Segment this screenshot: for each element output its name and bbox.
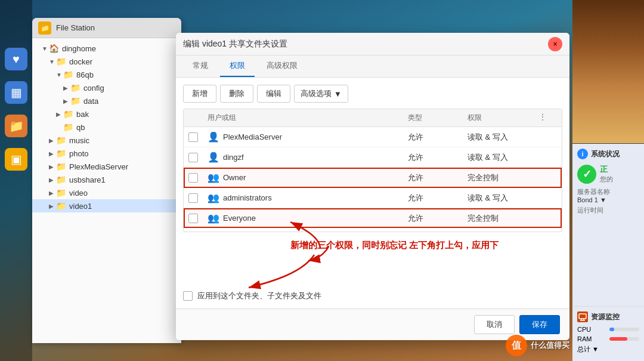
folder-docker-icon: 📁 [56,57,66,66]
tree-item-data[interactable]: ▶ 📁 data [32,94,181,107]
cpu-bar-background [609,328,639,331]
header-actions: ⋮ [539,113,557,123]
right-panel: i 系统状况 ✓ 正 您的 服务器名称 Bond 1 ▼ 运行时间 [572,0,644,361]
tree-item-dinghome[interactable]: ▼ 🏠 dinghome [32,42,181,55]
modal-tabs: 常规 权限 高级权限 [176,55,569,78]
perm-type: 允许 [408,132,467,143]
tree-item-86qb[interactable]: ▼ 📁 86qb [32,68,181,81]
arrow-usbshare1: ▶ [49,177,56,183]
arrow-video: ▶ [49,190,56,196]
tree-label-config: config [83,84,104,92]
tree-label-dinghome: dinghome [62,44,96,53]
row-checkbox[interactable] [188,173,198,183]
header-checkbox [188,113,208,123]
tree-item-qb[interactable]: 📁 qb [32,121,181,134]
file-station-icon: 📁 [38,21,51,35]
tree-item-video1[interactable]: ▶ 📁 video1 [32,199,181,212]
perm-type: 允许 [408,213,467,224]
tree-item-bak[interactable]: ▶ 📁 bak [32,107,181,121]
modal-close-button[interactable]: × [548,37,562,51]
tree-label-video: video [69,189,88,198]
save-button[interactable]: 保存 [519,315,560,334]
tree-item-plexmediaserver[interactable]: ▶ 📁 PlexMediaServer [32,160,181,173]
arrow-dinghome: ▼ [42,45,49,52]
check-circle-icon: ✓ [577,165,596,184]
table-row-everyone[interactable]: 👥 Everyone 允许 完全控制 [184,208,562,228]
add-button[interactable]: 新增 [183,85,216,103]
uptime-row: 运行时间 [577,206,639,215]
bottom-area: 应用到这个文件夹、子文件夹及文件 [183,285,562,301]
ram-label: RAM [577,335,592,343]
info-icon: i [577,149,588,159]
file-station-window: 📁 File Station ▼ 🏠 dinghome ▼ 📁 docker ▼… [32,18,181,343]
perm-value: 完全控制 [467,213,539,224]
arrow-video1: ▶ [49,203,56,209]
tree-label-qb: qb [76,123,85,132]
total-row: 总计 ▼ [577,345,639,354]
tree-label-usbshare1: usbshare1 [69,175,106,184]
arrow-data: ▶ [63,98,70,104]
user-name: PlexMediaServer [223,132,282,141]
arrow-docker: ▼ [49,58,56,65]
tree-label-music: music [69,136,89,145]
table-row[interactable]: 👤 PlexMediaServer 允许 读取 & 写入 [184,127,562,147]
row-checkbox[interactable] [188,193,198,203]
modal-title: 编辑 video1 共享文件夹设置 [183,39,548,50]
user-cell: 👤 PlexMediaServer [208,131,408,143]
left-icon-terminal[interactable]: ▣ [5,148,27,171]
header-user: 用户或组 [208,113,408,123]
delete-button[interactable]: 删除 [220,85,253,103]
tree-label-docker: docker [69,57,92,66]
watermark-icon: 值 [506,335,527,356]
ram-row: RAM [577,335,639,343]
tree-label-86qb: 86qb [76,70,94,79]
folder-video1-icon: 📁 [56,201,66,211]
advanced-options-button[interactable]: 高级选项 ▼ [294,85,348,103]
apply-checkbox[interactable] [183,291,193,301]
close-icon: × [553,40,557,48]
left-icon-folder[interactable]: 📁 [5,115,27,137]
folder-qb-icon: 📁 [63,122,73,132]
tab-advanced-permissions[interactable]: 高级权限 [257,55,307,77]
resource-monitor-title: 资源监控 [577,311,639,322]
tab-permissions[interactable]: 权限 [220,55,255,77]
table-row[interactable]: 👥 administrators 允许 读取 & 写入 [184,188,562,208]
tree-label-data: data [83,97,98,106]
left-sidebar: ♥ ▦ 📁 ▣ [0,0,32,361]
left-icon-heart[interactable]: ♥ [5,48,27,70]
perm-type: 允许 [408,172,467,183]
tree-label-photo: photo [69,149,89,158]
tree-item-video[interactable]: ▶ 📁 video [32,186,181,199]
tree-item-usbshare1[interactable]: ▶ 📁 usbshare1 [32,173,181,186]
table-row-owner[interactable]: 👥 Owner 允许 完全控制 [184,168,562,188]
group-icon: 👥 [208,172,219,183]
tree-label-video1: video1 [69,202,92,211]
table-row[interactable]: 👤 dingzf 允许 读取 & 写入 [184,147,562,168]
status-ok-row: ✓ 正 您的 [577,164,639,184]
file-station-tree: ▼ 🏠 dinghome ▼ 📁 docker ▼ 📁 86qb ▶ 📁 con… [32,38,181,343]
dropdown-arrow-icon: ▼ [334,90,342,98]
header-permission: 权限 [467,113,539,123]
tree-item-docker[interactable]: ▼ 📁 docker [32,55,181,68]
modal-titlebar: 编辑 video1 共享文件夹设置 × [176,33,569,55]
total-label: 总计 ▼ [577,345,599,354]
group-icon: 👥 [208,192,219,203]
tab-general[interactable]: 常规 [183,55,218,77]
landscape-image [572,0,644,143]
edit-button[interactable]: 编辑 [257,85,290,103]
tree-item-config[interactable]: ▶ 📁 config [32,81,181,94]
left-icon-board[interactable]: ▦ [5,81,27,104]
row-checkbox[interactable] [188,214,198,223]
resource-monitor-panel: 资源监控 CPU RAM 总计 ▼ [572,306,644,361]
row-checkbox[interactable] [188,153,198,162]
tree-item-photo[interactable]: ▶ 📁 photo [32,147,181,160]
apply-checkbox-row: 应用到这个文件夹、子文件夹及文件 [183,291,562,301]
cpu-label: CPU [577,326,591,333]
arrow-plex: ▶ [49,163,56,170]
arrow-photo: ▶ [49,150,56,157]
server-name-row: 服务器名称 Bond 1 ▼ [577,187,639,203]
tree-item-music[interactable]: ▶ 📁 music [32,134,181,147]
row-checkbox[interactable] [188,132,198,142]
watermark: 值 什么值得买 [506,335,569,356]
cancel-button[interactable]: 取消 [474,315,515,334]
